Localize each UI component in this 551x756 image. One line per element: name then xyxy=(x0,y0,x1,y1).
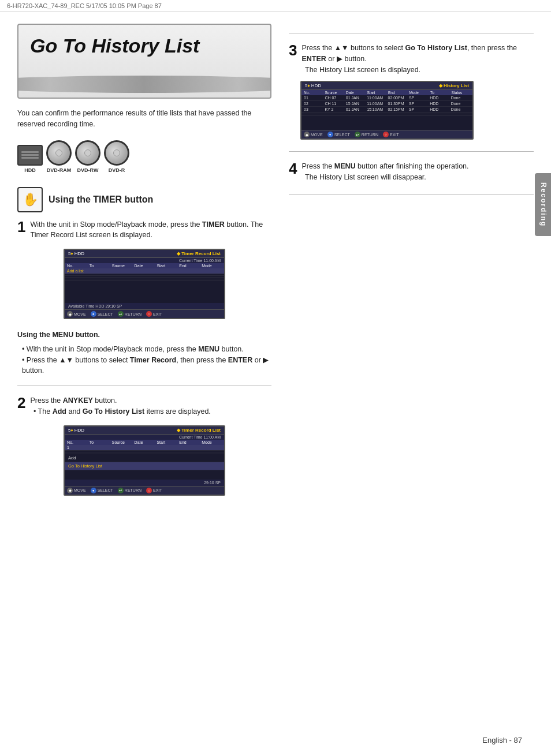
divider-1 xyxy=(17,386,271,386)
page-title: Go To History List xyxy=(30,35,259,57)
step-3-number: 3 xyxy=(289,43,297,58)
menu-item-add: Add xyxy=(65,454,224,462)
icon-dvdram: DVD-RAM xyxy=(46,140,72,173)
icon-dvdr-label: DVD-R xyxy=(109,167,125,173)
step-1: 1 With the unit in Stop mode/Playback mo… xyxy=(17,219,271,241)
icons-row: HDD DVD-RAM DVD-RW DVD-R xyxy=(17,140,271,173)
timer-record-screen-2: 5♦ HDD ◆ Timer Record List Current Time … xyxy=(64,425,225,496)
divider-bottom xyxy=(289,194,534,195)
menu-bullet-1: • With the unit in Stop mode/Playback mo… xyxy=(17,344,271,376)
step-1-text1: With the unit in Stop mode/Playback mode… xyxy=(30,220,202,229)
page-number: English - 87 xyxy=(482,736,522,744)
timer-section-title: Using the TIMER button xyxy=(49,194,153,205)
icon-hdd-label: HDD xyxy=(24,167,36,173)
history-row-2: 02 CH 11 15 JAN 11:00AM 01:30PM SP HDD D… xyxy=(301,101,472,107)
file-info: 6-HR720-XAC_74-89_REC 5/17/05 10:05 PM P… xyxy=(7,2,162,9)
step-1-number: 1 xyxy=(17,219,25,234)
menu-item-history: Go To History List xyxy=(65,462,224,470)
left-column: Go To History List You can confirm the p… xyxy=(17,24,271,506)
menu-button-section: Using the MENU button. xyxy=(17,330,271,340)
step-3: 3 Press the ▲▼ buttons to select Go To H… xyxy=(289,43,534,140)
step-2: 2 Press the ANYKEY button. • The Add and… xyxy=(17,395,271,417)
divider-steps xyxy=(289,151,534,152)
recording-tab: Recording xyxy=(535,173,551,236)
timer-section-header: ✋ Using the TIMER button xyxy=(17,187,271,212)
description-text: You can confirm the performance results … xyxy=(17,108,271,130)
icon-dvdrw-label: DVD-RW xyxy=(77,167,99,173)
timer-icon: ✋ xyxy=(17,187,43,212)
step-4-number: 4 xyxy=(289,161,297,176)
title-box: Go To History List xyxy=(17,24,271,99)
step-4: 4 Press the MENU button after finishing … xyxy=(289,161,534,183)
right-column: 3 Press the ▲▼ buttons to select Go To H… xyxy=(289,24,534,506)
history-row-1: 01 CH 07 01 JAN 11:00AM 02:00PM SP HDD D… xyxy=(301,95,472,101)
page-header: 6-HR720-XAC_74-89_REC 5/17/05 10:05 PM P… xyxy=(0,0,551,12)
timer-record-screen-1: 5♦ HDD ◆ Timer Record List Current Time … xyxy=(64,249,225,319)
step-1-bold1: TIMER xyxy=(202,220,225,229)
icon-dvdrw: DVD-RW xyxy=(75,140,100,173)
screen1-subtitle-right: Current Time 11:00 AM xyxy=(179,259,221,263)
screen1-subtitle-left: 5♦ HDD xyxy=(68,251,84,256)
step-2-number: 2 xyxy=(17,395,25,410)
history-row-empty-2 xyxy=(301,114,472,116)
main-content: Go To History List You can confirm the p… xyxy=(0,12,551,518)
top-divider xyxy=(289,33,534,33)
icon-dvdr: DVD-R xyxy=(104,140,129,173)
history-list-screen: 5♦ HDD ◆ History List No. Source Date St… xyxy=(300,81,474,140)
screen1-available: Available Time HDD 29:10 SP xyxy=(68,304,122,308)
icon-dvdram-label: DVD-RAM xyxy=(47,167,72,173)
menu-button-heading: Using the MENU button. xyxy=(17,331,100,339)
history-row-3: 03 KY 2 01 JAN 15:10AM 02:15PM SP HDD Do… xyxy=(301,107,472,113)
icon-hdd: HDD xyxy=(17,145,43,173)
